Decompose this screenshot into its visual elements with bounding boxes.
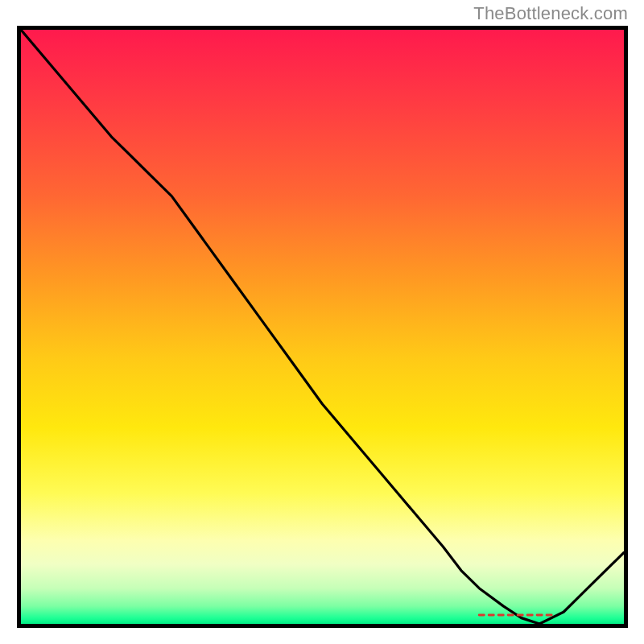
plot-area xyxy=(17,26,628,628)
attribution-text: TheBottleneck.com xyxy=(473,3,628,24)
bottleneck-curve-line xyxy=(21,30,624,624)
line-chart-svg xyxy=(21,30,624,624)
chart-container: TheBottleneck.com xyxy=(0,0,644,644)
